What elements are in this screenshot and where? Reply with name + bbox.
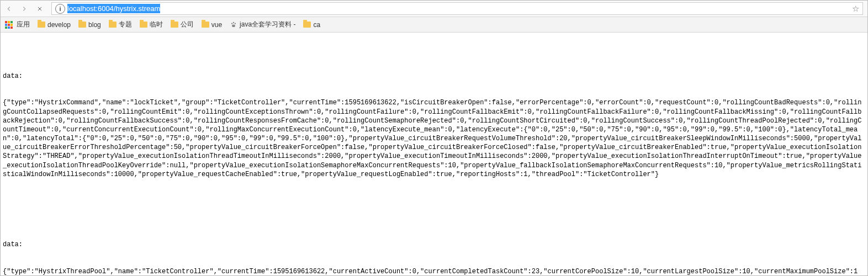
stream-block: data: {"type":"HystrixThreadPool","name"… (3, 222, 865, 276)
baidu-icon (230, 21, 237, 29)
stream-body: {"type":"HystrixThreadPool","name":"Tick… (3, 267, 865, 276)
bookmark-company[interactable]: 公司 (171, 20, 194, 29)
bookmark-label: ca (313, 21, 320, 29)
stream-content: data: {"type":"HystrixCommand","name":"l… (1, 33, 867, 276)
bookmark-label: 专题 (119, 20, 132, 29)
apps-button[interactable]: 应用 (5, 20, 30, 29)
browser-nav-bar: i localhost:6004/hystrix.stream ☆ (1, 1, 867, 17)
bookmark-vue[interactable]: vue (202, 21, 222, 29)
stream-body: {"type":"HystrixCommand","name":"lockTic… (3, 98, 865, 179)
folder-icon (202, 22, 209, 28)
bookmark-blog[interactable]: blog (78, 21, 101, 29)
bookmark-label: 公司 (181, 20, 194, 29)
url-text: localhost:6004/hystrix.stream (67, 4, 160, 13)
bookmark-develop[interactable]: develop (38, 21, 71, 29)
svg-point-1 (235, 23, 236, 24)
svg-point-0 (231, 23, 232, 24)
stream-label: data: (3, 240, 865, 249)
bookmark-star-icon[interactable]: ☆ (852, 4, 859, 14)
apps-icon (5, 21, 13, 29)
folder-icon (303, 22, 311, 28)
svg-point-2 (233, 22, 234, 23)
stop-button[interactable] (34, 3, 46, 15)
svg-point-3 (232, 24, 235, 27)
bookmarks-bar: 应用 develop blog 专题 临时 公司 vue java全套学习资料 … (1, 17, 867, 33)
back-button[interactable] (3, 3, 15, 15)
folder-icon (78, 22, 86, 28)
bookmark-label: blog (88, 21, 101, 29)
info-icon[interactable]: i (55, 4, 65, 14)
bookmark-temp[interactable]: 临时 (140, 20, 163, 29)
bookmark-label: vue (211, 21, 222, 29)
stream-block: data: {"type":"HystrixCommand","name":"l… (3, 54, 865, 197)
bookmark-java-learning[interactable]: java全套学习资料 - (230, 20, 295, 29)
bookmark-topics[interactable]: 专题 (109, 20, 132, 29)
bookmark-ca[interactable]: ca (303, 21, 320, 29)
stream-label: data: (3, 72, 865, 81)
folder-icon (109, 22, 117, 28)
forward-button[interactable] (18, 3, 30, 15)
bookmark-label: java全套学习资料 - (240, 20, 295, 29)
apps-label: 应用 (17, 20, 30, 29)
address-bar[interactable]: i localhost:6004/hystrix.stream ☆ (51, 2, 863, 15)
bookmark-label: develop (47, 21, 71, 29)
folder-icon (171, 22, 178, 28)
bookmark-label: 临时 (150, 20, 163, 29)
folder-icon (140, 22, 147, 28)
folder-icon (38, 22, 45, 28)
